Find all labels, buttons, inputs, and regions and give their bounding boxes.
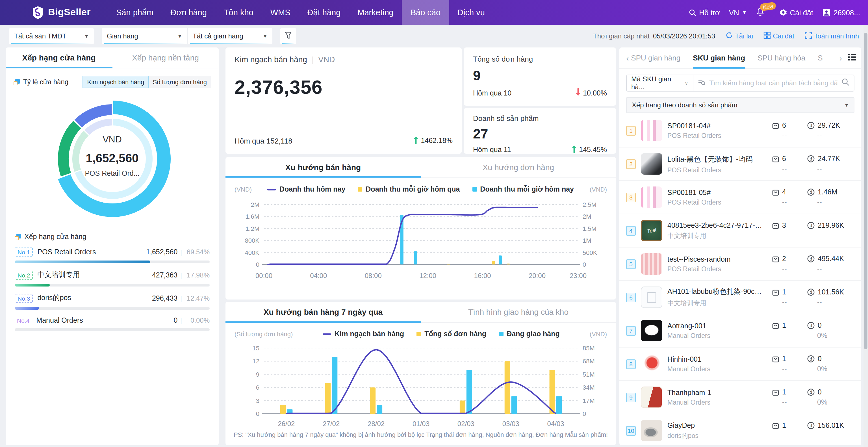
page-scrollbar xyxy=(864,25,868,447)
bigseller-logo[interactable]: BigSeller xyxy=(0,6,107,19)
sku-tab-2[interactable]: SPU hàng hóa xyxy=(757,47,805,69)
product-thumbnail xyxy=(641,320,662,341)
sku-row[interactable]: 4Test40815ee3-2be6-4c27-9717-b683...中文培训… xyxy=(619,214,861,248)
tabs-prev-button[interactable]: ‹ xyxy=(624,54,631,62)
rank-badge: No.3 xyxy=(15,294,33,302)
sku-row[interactable]: 8Hinhin-001Manual Orders1--đ00% xyxy=(619,348,861,381)
nav-item-marketing[interactable]: Marketing xyxy=(349,0,402,25)
store-filter-select[interactable]: Gian hàng▼ xyxy=(102,28,188,44)
sku-code-field-select[interactable]: Mã SKU gian hà...∨ xyxy=(627,75,693,91)
dashboard-settings-button[interactable]: Cài đặt xyxy=(763,32,794,41)
week-trend-legend: (Số lượng đơn hàng) Kim ngạch bán hàngTổ… xyxy=(225,329,616,339)
nav-item-đặt-hàng[interactable]: Đặt hàng xyxy=(299,0,349,25)
svg-text:26/02: 26/02 xyxy=(277,420,294,427)
filter-funnel-button[interactable] xyxy=(280,28,296,44)
tabs-next-button[interactable]: › xyxy=(837,54,844,62)
dong-coin-icon: đ xyxy=(807,322,815,329)
nav-item-báo-cáo[interactable]: Báo cáo xyxy=(402,0,449,25)
search-icon[interactable] xyxy=(841,78,849,88)
tab-platform-ranking[interactable]: Xếp hạng nền tảng xyxy=(112,47,219,68)
svg-text:đ: đ xyxy=(810,257,812,261)
tab-orders-trend[interactable]: Xu hướng đơn hàng xyxy=(421,157,616,178)
sku-row[interactable]: 1SP00181-04#POS Retail Orders6--đ29.72K-… xyxy=(619,114,861,148)
settings-link[interactable]: Cài đặt xyxy=(779,8,813,17)
ratio-legend-icon xyxy=(13,79,20,85)
fullscreen-button[interactable]: Toàn màn hình xyxy=(804,32,859,41)
bag-icon xyxy=(772,388,779,396)
progress-fill xyxy=(15,284,50,287)
sku-row[interactable]: 3SP00181-05#POS Retail Orders4--đ1.46M-- xyxy=(619,181,861,214)
tab-warehouse-delivery[interactable]: Tình hình giao hàng của kho xyxy=(421,302,616,322)
sku-amount-column: đ00% xyxy=(807,388,855,406)
legend-item[interactable]: Doanh thu mỗi giờ hôm qua xyxy=(358,185,460,193)
language-select[interactable]: VN▼ xyxy=(729,8,747,17)
store-rank-row[interactable]: No.3doris的pos296,433|12.47% xyxy=(15,293,210,310)
sku-tab-3[interactable]: S xyxy=(818,47,823,69)
svg-text:85M: 85M xyxy=(582,345,594,352)
legend-item[interactable]: Doanh thu mỗi giờ hôm nay xyxy=(472,185,574,193)
nav-item-dịch-vụ[interactable]: Dịch vụ xyxy=(449,0,493,25)
sku-search-input[interactable] xyxy=(709,79,838,87)
sku-store-name: POS Retail Orders xyxy=(668,132,772,139)
sku-name: SP00181-05# xyxy=(668,189,762,197)
svg-text:đ: đ xyxy=(810,190,812,195)
legend-item[interactable]: Đang giao hàng xyxy=(499,330,560,338)
sku-row[interactable]: 6AH101-labubu粉色扎染-90cm(成品)中文培训专用1--đ101.… xyxy=(619,281,861,314)
sku-qty-column: 3-- xyxy=(772,222,807,240)
svg-text:0: 0 xyxy=(582,261,586,268)
nav-item-wms[interactable]: WMS xyxy=(262,0,299,25)
sku-tab-0[interactable]: SPU gian hàng xyxy=(631,47,680,69)
page-scrollbar-thumb[interactable] xyxy=(864,33,867,349)
svg-text:2M: 2M xyxy=(250,201,259,208)
tab-week-sales-trend[interactable]: Xu hướng bán hàng 7 ngày qua xyxy=(225,302,421,322)
svg-text:15: 15 xyxy=(252,345,259,352)
week-sales-chart[interactable]: 00317M634M951M1268M1585M26/0227/0228/020… xyxy=(234,341,607,430)
sku-row[interactable]: 5test--Pisces-randomPOS Retail Orders2--… xyxy=(619,248,861,281)
sku-sort-select[interactable]: Xếp hạng theo doanh số sản phẩm▼ xyxy=(626,97,855,113)
sku-qty-column: 4-- xyxy=(772,188,807,206)
store-value-filter-select[interactable]: Tất cả gian hàng▼ xyxy=(188,28,272,44)
rank-badge: No.4 xyxy=(15,316,32,324)
toolbar-right: Thời gian cập nhật05/03/2026 20:01:53 Tả… xyxy=(593,32,868,41)
product-thumbnail xyxy=(641,153,662,174)
platform-filter-select[interactable]: Tất cả sàn TMĐT▼ xyxy=(9,28,94,44)
sku-name: 40815ee3-2be6-4c27-9717-b683... xyxy=(668,221,762,229)
hourly-sales-chart[interactable]: 00400K500K800K1M1.2M1.5M1.6M2M2M2.5M00:0… xyxy=(234,197,607,283)
account-menu[interactable]: 26908... xyxy=(822,8,860,17)
svg-text:27/02: 27/02 xyxy=(322,420,339,427)
toggle-order-count[interactable]: Số lượng đơn hàng xyxy=(149,76,211,88)
sku-amount-column: đ00% xyxy=(807,355,855,373)
store-rank-row[interactable]: No.2中文培训专用427,363|17.98% xyxy=(15,270,210,287)
store-rank-row[interactable]: No.1POS Retail Orders1,652,560|69.54% xyxy=(15,248,210,263)
sku-qty-column: 2-- xyxy=(772,255,807,273)
store-share-donut-chart[interactable]: VND 1,652,560 POS Retail Ord... xyxy=(47,94,177,224)
list-view-icon[interactable] xyxy=(848,53,857,63)
total-orders-card: Tổng số đơn hàng 9 Hôm qua 10 10.00% xyxy=(464,47,616,106)
sku-row[interactable]: 2Lolita-黑色【无装饰】-均码POS Retail Orders6--đ2… xyxy=(619,148,861,181)
toggle-sales-amount[interactable]: Kim ngạch bán hàng xyxy=(83,76,149,88)
progress-bar xyxy=(15,307,210,310)
nav-item-đơn-hàng[interactable]: Đơn hàng xyxy=(162,0,215,25)
dong-coin-icon: đ xyxy=(807,122,815,129)
notifications-button[interactable]: New xyxy=(756,7,765,18)
sku-row[interactable]: 9Thanhpham-1Manual Orders1--đ00% xyxy=(619,381,861,414)
tab-store-ranking[interactable]: Xếp hạng cửa hàng xyxy=(6,47,112,68)
store-rank-row[interactable]: No.4Manual Orders0|0.00% xyxy=(15,316,210,331)
nav-item-sản-phẩm[interactable]: Sản phẩm xyxy=(107,0,162,25)
help-link[interactable]: Hỗ trợ xyxy=(689,8,720,17)
user-avatar-icon xyxy=(822,8,831,17)
sku-row[interactable]: 10GiayDepdoris的pos1--đ156.01K-- xyxy=(619,414,861,445)
svg-text:00:00: 00:00 xyxy=(255,272,272,280)
legend-item[interactable]: Doanh thu hôm nay xyxy=(268,185,345,193)
tab-sales-trend[interactable]: Xu hướng bán hàng xyxy=(225,157,421,178)
reload-button[interactable]: Tải lại xyxy=(725,32,753,41)
sales-yesterday: Hôm qua 152,118 xyxy=(235,136,292,145)
legend-item[interactable]: Tổng số đơn hàng xyxy=(416,330,486,338)
bag-icon xyxy=(772,122,779,129)
sku-row[interactable]: 7Aotrang-001Manual Orders1--đ00% xyxy=(619,314,861,348)
bag-icon xyxy=(772,322,779,329)
legend-item[interactable]: Kim ngạch bán hàng xyxy=(323,330,404,338)
nav-item-tồn-kho[interactable]: Tồn kho xyxy=(215,0,262,25)
sku-store-name: Manual Orders xyxy=(668,332,772,339)
sku-tab-1[interactable]: SKU gian hàng xyxy=(693,47,745,69)
